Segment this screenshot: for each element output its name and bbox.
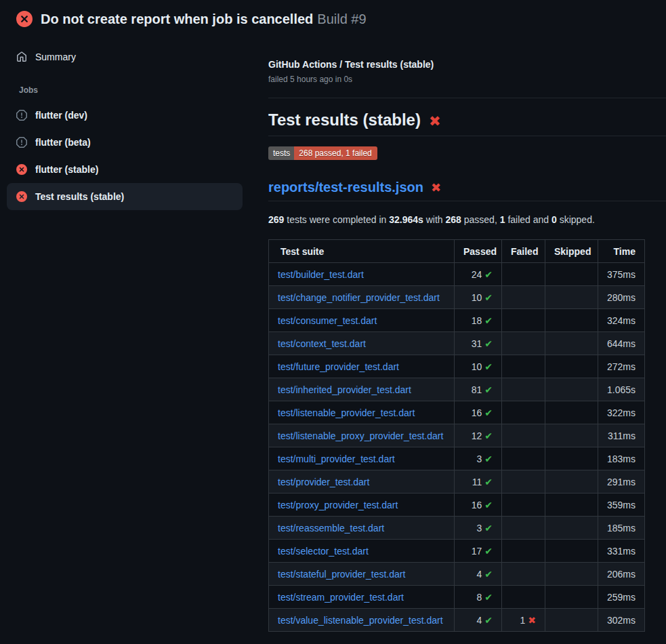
table-row: test/listenable_provider_test.dart 16✔ 3…	[269, 401, 645, 424]
suite-cell: test/proxy_provider_test.dart	[269, 494, 455, 517]
skipped-cell	[545, 470, 598, 494]
home-icon	[16, 52, 27, 62]
summary-segment: failed and	[505, 214, 552, 225]
check-icon: ✔	[484, 315, 493, 326]
summary-segment: 1	[500, 214, 505, 225]
tests-badge: tests 268 passed, 1 failed	[268, 146, 377, 160]
passed-cell: 18✔	[455, 309, 502, 332]
table-row: test/provider_test.dart 11✔ 291ms	[269, 470, 645, 494]
sidebar-job-item[interactable]: flutter (stable)	[7, 156, 243, 183]
column-header: Passed	[455, 240, 502, 263]
check-icon: ✔	[484, 592, 493, 603]
test-suite-link[interactable]: test/builder_test.dart	[278, 269, 364, 280]
table-row: test/proxy_provider_test.dart 16✔ 359ms	[269, 494, 645, 517]
failed-cell	[502, 424, 545, 447]
run-meta: failed 5 hours ago in 0s	[268, 75, 666, 84]
failed-cell	[502, 286, 545, 309]
test-suite-link[interactable]: test/stream_provider_test.dart	[278, 592, 404, 603]
check-run-title: Test results (stable) ✖	[268, 110, 666, 136]
skipped-cell	[545, 540, 598, 563]
test-summary-text: 269 tests were completed in 32.964s with…	[268, 213, 666, 227]
test-suite-link[interactable]: test/change_notifier_provider_test.dart	[278, 292, 440, 303]
test-suite-link[interactable]: test/context_test.dart	[278, 338, 366, 349]
test-suite-link[interactable]: test/future_provider_test.dart	[278, 361, 399, 372]
test-suite-link[interactable]: test/listenable_proxy_provider_test.dart	[278, 430, 443, 441]
failed-cell: 1✖	[502, 609, 545, 632]
test-suite-link[interactable]: test/consumer_test.dart	[278, 315, 377, 326]
test-suite-link[interactable]: test/inherited_provider_test.dart	[278, 384, 411, 395]
test-suite-link[interactable]: test/stateful_provider_test.dart	[278, 569, 405, 580]
summary-segment: 268	[446, 214, 461, 225]
test-suite-link[interactable]: test/selector_test.dart	[278, 546, 369, 557]
sidebar-job-item[interactable]: Test results (stable)	[7, 183, 243, 210]
suite-cell: test/listenable_provider_test.dart	[269, 401, 455, 424]
failed-cell	[502, 332, 545, 355]
test-suite-link[interactable]: test/proxy_provider_test.dart	[278, 500, 398, 510]
test-suite-link[interactable]: test/provider_test.dart	[278, 477, 369, 487]
suite-cell: test/selector_test.dart	[269, 540, 455, 563]
summary-segment: passed,	[461, 214, 500, 225]
passed-cell: 17✔	[455, 540, 502, 563]
failed-cell	[502, 309, 545, 332]
build-title-group: Do not create report when job is cancell…	[41, 10, 367, 28]
passed-cell: 10✔	[455, 286, 502, 309]
time-cell: 331ms	[598, 540, 645, 563]
failed-cell	[502, 263, 545, 286]
summary-segment: 0	[551, 214, 557, 225]
count-value: 31	[472, 338, 482, 349]
count-value: 10	[472, 292, 482, 303]
count-value: 10	[472, 361, 482, 372]
sidebar-job-item[interactable]: flutter (beta)	[7, 129, 243, 156]
count-value: 3	[476, 454, 482, 464]
check-icon: ✔	[484, 338, 493, 349]
x-circle-icon	[16, 164, 27, 175]
count-value: 17	[472, 546, 482, 557]
table-row: test/future_provider_test.dart 10✔ 272ms	[269, 355, 645, 378]
failed-cross-icon: ✖	[431, 182, 441, 194]
skipped-cell	[545, 494, 598, 517]
test-suite-link[interactable]: test/reassemble_test.dart	[278, 523, 384, 534]
workflow-breadcrumb: GitHub Actions / Test results (stable)	[268, 58, 666, 71]
skipped-cell	[545, 309, 598, 332]
jobs-section-heading: Jobs	[9, 85, 243, 95]
time-cell: 280ms	[598, 286, 645, 309]
column-header: Test suite	[269, 240, 455, 263]
time-cell: 324ms	[598, 309, 645, 332]
sidebar-job-item[interactable]: flutter (dev)	[7, 102, 243, 129]
report-file-heading: reports/test-results.json ✖	[268, 178, 666, 201]
passed-cell: 3✔	[455, 447, 502, 470]
passed-cell: 3✔	[455, 517, 502, 540]
column-header: Skipped	[545, 240, 598, 263]
test-suite-link[interactable]: test/listenable_provider_test.dart	[278, 407, 415, 418]
time-cell: 206ms	[598, 563, 645, 586]
build-number: Build #9	[317, 12, 366, 26]
failed-cell	[502, 494, 545, 517]
test-suite-link[interactable]: test/value_listenable_provider_test.dart	[278, 615, 443, 626]
passed-cell: 81✔	[455, 378, 502, 401]
skipped-cell	[545, 424, 598, 447]
count-value: 18	[472, 315, 482, 326]
stop-cancelled-icon	[16, 110, 27, 121]
build-title: Do not create report when job is cancell…	[41, 12, 313, 26]
check-icon: ✔	[484, 407, 493, 418]
passed-cell: 4✔	[455, 563, 502, 586]
test-suite-link[interactable]: test/multi_provider_test.dart	[278, 454, 395, 464]
check-icon: ✔	[484, 269, 493, 280]
suite-cell: test/multi_provider_test.dart	[269, 447, 455, 470]
report-file-link[interactable]: reports/test-results.json	[268, 178, 423, 196]
badge-label: tests	[268, 146, 294, 160]
check-icon: ✔	[484, 384, 493, 395]
table-row: test/change_notifier_provider_test.dart …	[269, 286, 645, 309]
suite-cell: test/future_provider_test.dart	[269, 355, 455, 378]
section-divider	[268, 98, 666, 98]
failed-cell	[502, 563, 545, 586]
main-content: GitHub Actions / Test results (stable) f…	[252, 37, 666, 632]
skipped-cell	[545, 563, 598, 586]
suite-cell: test/listenable_proxy_provider_test.dart	[269, 424, 455, 447]
count-value: 11	[472, 477, 482, 487]
job-label: flutter (dev)	[35, 110, 87, 121]
failed-cross-icon: ✖	[429, 114, 441, 128]
time-cell: 272ms	[598, 355, 645, 378]
skipped-cell	[545, 447, 598, 470]
sidebar-item-summary[interactable]: Summary	[7, 43, 243, 71]
